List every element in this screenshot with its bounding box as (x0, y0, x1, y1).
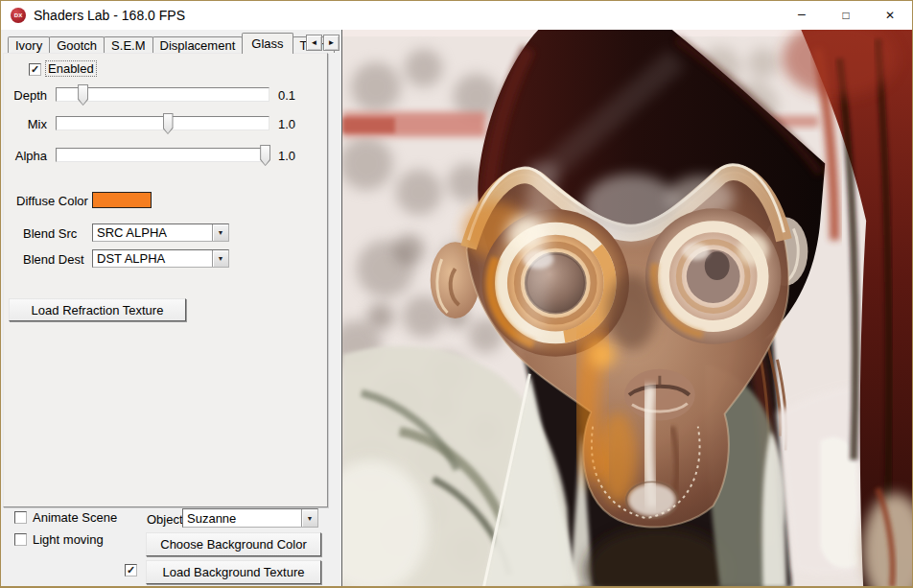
animate-scene-label[interactable]: Animate Scene (33, 510, 117, 525)
left-arrow-icon: ◄ (311, 38, 318, 47)
minimize-button[interactable]: – (780, 1, 824, 30)
blend-dest-dropdown-button[interactable]: ▼ (212, 250, 228, 267)
tab-gootch[interactable]: Gootch (49, 36, 105, 53)
choose-background-color-button[interactable]: Choose Background Color (146, 532, 321, 556)
tab-scroll-buttons: ◄ ► (305, 35, 339, 51)
depth-label: Depth (9, 88, 47, 103)
load-bg-texture-checkbox[interactable]: ✓ (125, 564, 137, 576)
light-moving-checkbox[interactable] (14, 533, 27, 546)
shader-controls-panel: Ivory Gootch S.E.M Displacement Glass To… (1, 30, 341, 588)
title-bar: DX Shaders Lab - 168.0 FPS – □ ✕ (1, 1, 912, 30)
blend-src-label: Blend Src (23, 226, 77, 241)
mix-value: 1.0 (278, 117, 295, 131)
blend-dest-label: Blend Dest (23, 252, 84, 267)
tab-ivory[interactable]: Ivory (8, 36, 50, 53)
alpha-slider[interactable] (56, 148, 269, 162)
enabled-checkbox[interactable]: ✓ (29, 63, 41, 76)
object-value: Suzanne (183, 511, 301, 526)
tab-displacement[interactable]: Displacement (152, 36, 244, 53)
load-refraction-texture-button[interactable]: Load Refraction Texture (9, 298, 186, 321)
tab-scroll-right-button[interactable]: ► (323, 35, 339, 51)
load-background-texture-label: Load Background Texture (163, 565, 305, 579)
minimize-icon: – (798, 6, 806, 21)
object-dropdown-button[interactable]: ▼ (301, 509, 317, 527)
maximize-button[interactable]: □ (824, 1, 868, 30)
maximize-icon: □ (842, 9, 849, 22)
object-select[interactable]: Suzanne ▼ (182, 508, 318, 528)
alpha-label: Alpha (9, 149, 47, 163)
load-background-texture-button[interactable]: Load Background Texture (146, 560, 321, 584)
caption-buttons: – □ ✕ (780, 1, 912, 30)
right-arrow-icon: ► (328, 38, 336, 47)
tab-sem[interactable]: S.E.M (104, 36, 152, 53)
window-title: Shaders Lab - 168.0 FPS (34, 8, 185, 23)
app-icon: DX (11, 8, 26, 23)
choose-background-color-label: Choose Background Color (160, 537, 306, 552)
alpha-value: 1.0 (278, 149, 295, 163)
depth-value: 0.1 (278, 88, 295, 103)
glass-suzanne-render (342, 30, 912, 587)
diffuse-color-swatch[interactable] (92, 192, 152, 208)
close-icon: ✕ (885, 9, 895, 22)
chevron-down-icon: ▼ (218, 229, 224, 236)
render-viewport[interactable] (341, 30, 912, 587)
blend-dest-value: DST ALPHA (93, 251, 212, 266)
light-moving-label[interactable]: Light moving (33, 532, 104, 547)
blend-src-select[interactable]: SRC ALPHA ▼ (92, 223, 229, 242)
tab-bar: Ivory Gootch S.E.M Displacement Glass To… (8, 34, 334, 54)
load-refraction-texture-label: Load Refraction Texture (32, 303, 164, 318)
object-label: Object (147, 512, 183, 527)
close-button[interactable]: ✕ (868, 1, 912, 30)
enabled-label[interactable]: Enabled (46, 61, 96, 76)
chevron-down-icon: ▼ (307, 515, 314, 522)
blend-src-dropdown-button[interactable]: ▼ (212, 224, 228, 241)
animate-scene-checkbox[interactable] (14, 511, 27, 524)
mix-slider[interactable] (56, 116, 269, 130)
app-icon-text: DX (14, 12, 22, 18)
checkmark-icon: ✓ (31, 64, 39, 74)
blend-src-value: SRC ALPHA (93, 225, 212, 240)
diffuse-color-label: Diffuse Color (16, 194, 88, 208)
tab-glass[interactable]: Glass (242, 33, 293, 54)
blend-dest-select[interactable]: DST ALPHA ▼ (92, 249, 229, 268)
tab-scroll-left-button[interactable]: ◄ (306, 35, 322, 51)
mix-label: Mix (9, 117, 47, 131)
app-window: DX Shaders Lab - 168.0 FPS – □ ✕ Ivory G… (0, 0, 913, 588)
checkmark-icon: ✓ (127, 565, 135, 575)
depth-slider[interactable] (56, 87, 269, 102)
chevron-down-icon: ▼ (218, 255, 224, 262)
